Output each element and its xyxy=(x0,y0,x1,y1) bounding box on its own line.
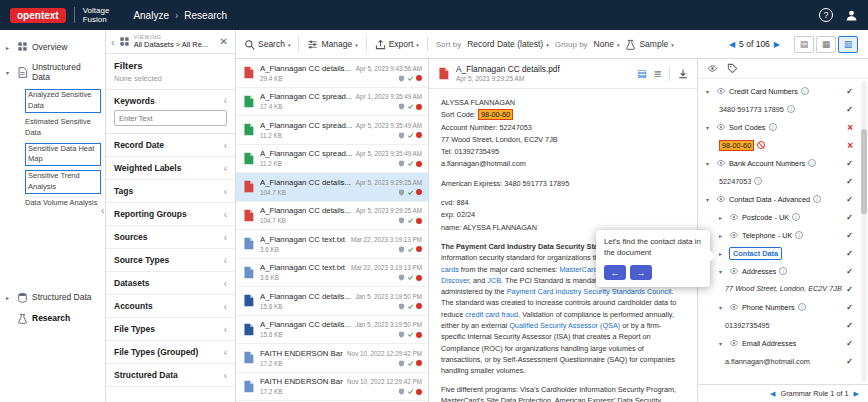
entity-value[interactable]: 52247053 xyxy=(698,172,868,190)
menu-research[interactable]: Research xyxy=(184,10,227,21)
eye-icon[interactable] xyxy=(716,86,726,96)
sidebar-item-sensitive-data-heat-map[interactable]: Sensitive Data Heat Map xyxy=(0,141,105,169)
chevron-right-icon[interactable] xyxy=(719,213,726,222)
keywords-title[interactable]: Keywords xyxy=(114,96,155,106)
doc-link[interactable]: JCB xyxy=(487,276,501,285)
info-icon[interactable] xyxy=(754,177,762,185)
tour-highlight-chip[interactable]: Contact Data xyxy=(729,247,782,260)
manage-button[interactable]: Manage xyxy=(307,39,357,50)
group-by-select[interactable]: None xyxy=(594,39,620,49)
chevron-down-icon[interactable] xyxy=(706,159,713,168)
sidebar-item-unstructured-data[interactable]: Unstructured Data xyxy=(0,57,105,87)
doc-link[interactable]: Discover xyxy=(441,276,469,285)
info-icon[interactable] xyxy=(808,159,816,167)
next-page-icon[interactable] xyxy=(774,39,780,49)
filter-section-file-types[interactable]: File Types xyxy=(106,318,235,341)
eye-icon[interactable] xyxy=(729,212,739,222)
chevron-down-icon[interactable] xyxy=(719,339,726,348)
user-icon[interactable] xyxy=(845,9,858,22)
help-icon[interactable]: ? xyxy=(819,8,833,22)
accept-check-icon[interactable] xyxy=(846,303,853,312)
file-row[interactable]: A_Flannagan CC details...Jan 5, 2023 3:1… xyxy=(236,287,428,316)
file-row[interactable]: A_Flannagan CC details...Jan 5, 2023 3:1… xyxy=(236,316,428,345)
file-row[interactable]: A_Flannagan CC details...Apr 5, 2023 9:2… xyxy=(236,202,428,231)
tag-icon[interactable] xyxy=(727,63,738,74)
file-row[interactable]: A_Flannagan CC text.txtMar 22, 2023 3:19… xyxy=(236,230,428,259)
accept-check-icon[interactable] xyxy=(846,339,853,348)
sidebar-item-sensitive-trend-analysis[interactable]: Sensitive Trend Analysis xyxy=(0,168,105,196)
reject-x-icon[interactable] xyxy=(847,122,853,133)
chevron-right-icon[interactable] xyxy=(719,249,726,258)
accept-check-icon[interactable] xyxy=(846,321,853,330)
chevron-down-icon[interactable] xyxy=(706,195,713,204)
entity-value[interactable]: 77 Wood Street, London, EC2V 7JB xyxy=(698,280,868,298)
chevron-down-icon[interactable] xyxy=(6,67,13,77)
export-button[interactable]: Export xyxy=(375,39,419,50)
sort-by-select[interactable]: Record Date (latest) xyxy=(467,39,549,49)
accept-check-icon[interactable] xyxy=(846,195,853,204)
file-row[interactable]: A_Flannagan CC details...Apr 5, 2023 9:4… xyxy=(236,59,428,88)
entity-value[interactable]: 01392735495 xyxy=(698,316,868,334)
accept-check-icon[interactable] xyxy=(846,177,853,186)
sidebar-item-overview[interactable]: Overview xyxy=(0,36,105,57)
sidebar-item-analyzed-sensitive-data[interactable]: Analyzed Sensitive Data xyxy=(0,87,105,115)
entity-group-telephone-uk[interactable]: Telephone - UK xyxy=(698,226,868,244)
filter-section-record-date[interactable]: Record Date xyxy=(106,134,235,157)
filter-section-tags[interactable]: Tags xyxy=(106,180,235,203)
accept-check-icon[interactable] xyxy=(846,357,853,366)
collapse-filters-icon[interactable] xyxy=(101,205,104,216)
file-row[interactable]: A_Flannagan CC spread...Apr 5, 2023 9:35… xyxy=(236,145,428,174)
doc-link[interactable]: MasterCard xyxy=(559,265,597,274)
download-icon[interactable] xyxy=(677,68,689,80)
chevron-down-icon[interactable] xyxy=(719,303,726,312)
eye-icon[interactable] xyxy=(729,338,739,348)
accept-check-icon[interactable] xyxy=(846,159,853,168)
entity-group-sort-codes[interactable]: Sort Codes xyxy=(698,118,868,136)
filter-section-source-types[interactable]: Source Types xyxy=(106,249,235,272)
tour-back-button[interactable]: ← xyxy=(604,265,626,280)
menu-analyze[interactable]: Analyze xyxy=(133,10,169,21)
sidebar-item-research[interactable]: Research xyxy=(0,308,105,329)
accept-check-icon[interactable] xyxy=(846,231,853,240)
highlight-view-icon[interactable] xyxy=(637,68,646,79)
info-icon[interactable] xyxy=(779,267,787,275)
entity-group-email-addresses[interactable]: Email Addresses xyxy=(698,334,868,352)
doc-link[interactable]: Payment Card Industry Security Standards… xyxy=(507,287,672,296)
filter-section-weighted-labels[interactable]: Weighted Labels xyxy=(106,157,235,180)
accept-check-icon[interactable] xyxy=(846,105,853,114)
doc-link[interactable]: credit card fraud xyxy=(465,310,518,319)
scrollbar-thumb[interactable] xyxy=(861,129,867,214)
info-icon[interactable] xyxy=(792,213,800,221)
file-row[interactable]: FAITH ENDERSON Ban...Nov 10, 2022 12:29:… xyxy=(236,373,428,402)
previous-rule-icon[interactable] xyxy=(770,389,775,398)
entity-group-contact-data-tour-target[interactable]: Contact Data xyxy=(698,244,868,262)
chevron-down-icon[interactable] xyxy=(706,87,713,96)
file-row-selected[interactable]: A_Flannagan CC details...Apr 5, 2023 9:2… xyxy=(236,173,428,202)
eye-icon[interactable] xyxy=(729,302,739,312)
sidebar-item-structured-data[interactable]: Structured Data xyxy=(0,287,105,308)
file-row[interactable]: FAITH ENDERSON Ban...Nov 10, 2022 12:29:… xyxy=(236,344,428,373)
accept-check-icon[interactable] xyxy=(846,249,853,258)
scrollbar[interactable] xyxy=(861,81,867,382)
eye-icon[interactable] xyxy=(716,158,726,168)
chevron-right-icon[interactable] xyxy=(719,231,726,240)
keywords-input[interactable] xyxy=(114,110,227,126)
back-chevron-icon[interactable] xyxy=(111,36,115,48)
info-icon[interactable] xyxy=(801,87,809,95)
chevron-down-icon[interactable] xyxy=(719,267,726,276)
entity-group-postcode-uk[interactable]: Postcode - UK xyxy=(698,208,868,226)
chevron-right-icon[interactable] xyxy=(6,42,13,52)
entity-value[interactable]: a.flannagan@hotmail.com xyxy=(698,352,868,370)
ban-icon[interactable] xyxy=(757,141,765,149)
info-icon[interactable] xyxy=(787,105,795,113)
info-icon[interactable] xyxy=(798,303,806,311)
close-icon[interactable] xyxy=(218,36,230,47)
collapse-chevron-icon[interactable] xyxy=(224,95,227,106)
eye-icon[interactable] xyxy=(729,266,739,276)
sort-code-highlight[interactable]: 98-00-60 xyxy=(478,109,513,120)
next-rule-icon[interactable] xyxy=(854,389,859,398)
filter-section-reporting-groups[interactable]: Reporting Groups xyxy=(106,203,235,226)
entity-value[interactable]: 3480 591773 17895 xyxy=(698,100,868,118)
doc-link[interactable]: Qualified Security Assessor (QSA) xyxy=(509,321,620,330)
sidebar-item-estimated-sensitive-data[interactable]: Estimated Sensitive Data xyxy=(0,115,105,141)
